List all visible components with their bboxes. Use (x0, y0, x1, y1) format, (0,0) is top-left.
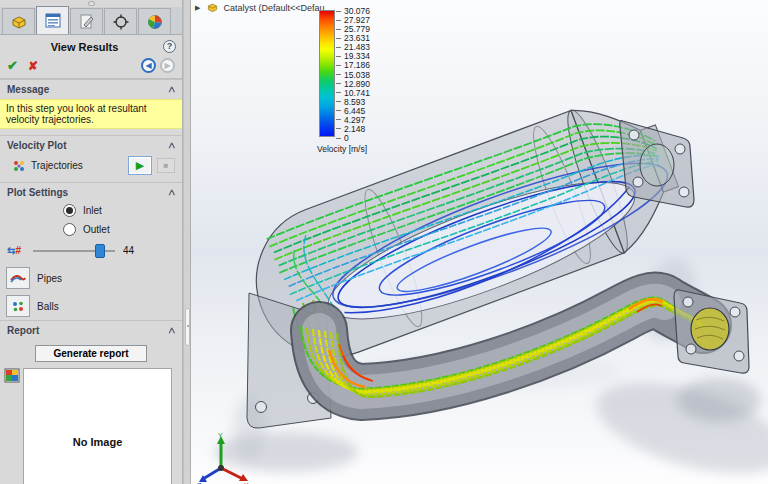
tab-appearances[interactable] (70, 8, 103, 34)
triad-y-label: Y (218, 432, 223, 439)
tab-dimxpertmanager[interactable] (104, 8, 137, 34)
colorwheel-icon (147, 14, 163, 30)
inlet-radio[interactable] (63, 204, 76, 217)
panel-splitter[interactable] (183, 0, 191, 484)
count-slider-thumb[interactable] (95, 244, 105, 258)
model-scene: Y X Z (191, 0, 768, 484)
count-slider-value: 44 (123, 245, 134, 256)
tree-item-label: Catalyst (Default<<Defau... (223, 3, 332, 13)
pipes-row: Pipes (0, 264, 182, 292)
trajectories-row: Trajectories ▶ ■ (0, 154, 182, 182)
ok-button[interactable]: ✔ (7, 58, 18, 73)
outlet-radio-row[interactable]: Outlet (0, 220, 182, 239)
appearances-icon (79, 14, 95, 29)
propertymanager-icon (45, 13, 61, 28)
inlet-label: Inlet (83, 205, 102, 216)
report-section-header[interactable]: Report ᐱ (0, 320, 182, 339)
collapse-chevron-icon[interactable]: ᐱ (169, 142, 175, 150)
outlet-radio[interactable] (63, 223, 76, 236)
plot-settings-section-header[interactable]: Plot Settings ᐱ (0, 182, 182, 201)
solidworks-window: { "panel": { "tabs": [ {"name": "part-ta… (0, 0, 768, 484)
report-body: Generate report No Image Display annotat… (0, 339, 182, 484)
crosshair-icon (113, 14, 129, 30)
collapse-chevron-icon[interactable]: ᐱ (169, 86, 175, 94)
ok-cancel-row: ✔ ✘ ◀ ▶ (0, 55, 182, 79)
balls-button[interactable] (6, 295, 30, 317)
tab-propertymanager[interactable] (36, 6, 69, 34)
message-section-header[interactable]: Message ᐱ (0, 79, 182, 98)
cancel-button[interactable]: ✘ (28, 59, 38, 73)
velocity-plot-section-header[interactable]: Velocity Plot ᐱ (0, 135, 182, 154)
balls-icon (11, 300, 25, 313)
part-icon (206, 2, 219, 13)
pipe-flange[interactable] (674, 290, 749, 373)
report-preview-box: No Image (23, 368, 172, 484)
outlet-label: Outlet (83, 224, 110, 235)
panel-header: View Results ? (0, 35, 182, 55)
trajectories-icon (12, 159, 26, 173)
help-icon[interactable]: ? (163, 40, 176, 53)
message-text: In this step you look at resultant veloc… (0, 99, 182, 129)
tab-featuremanager[interactable] (2, 8, 35, 34)
splitter-handle[interactable] (185, 308, 190, 346)
trajectory-count-icon: ⇆# (7, 245, 27, 256)
panel-tab-bar (0, 7, 182, 35)
feature-tree-flyout[interactable]: ▶ Catalyst (Default<<Defau... (195, 2, 332, 13)
page-title: View Results (6, 41, 163, 53)
count-slider[interactable] (33, 250, 115, 252)
trajectories-label: Trajectories (31, 160, 83, 171)
inlet-radio-row[interactable]: Inlet (0, 201, 182, 220)
no-image-text: No Image (73, 436, 123, 448)
legend-color-bar (319, 10, 335, 137)
collapse-chevron-icon[interactable]: ᐱ (169, 189, 175, 197)
graphics-viewport[interactable]: Y X Z ▶ Catalyst (Default<<Defau... 30.0… (191, 0, 768, 484)
part-icon (10, 14, 28, 30)
propertymanager-panel: View Results ? ✔ ✘ ◀ ▶ Message ᐱ In this… (0, 0, 183, 484)
generate-report-button[interactable]: Generate report (35, 345, 147, 362)
tree-expand-icon[interactable]: ▶ (195, 4, 200, 12)
tab-displaymanager[interactable] (138, 8, 171, 34)
balls-label: Balls (37, 301, 59, 312)
pipes-button[interactable] (6, 267, 30, 289)
panel-grip[interactable] (0, 0, 182, 7)
pipes-label: Pipes (37, 273, 62, 284)
legend-title: Velocity [m/s] (317, 144, 367, 154)
trajectory-count-row: ⇆# 44 (0, 239, 182, 264)
report-image-icon[interactable] (4, 368, 21, 384)
back-button[interactable]: ◀ (141, 58, 156, 73)
balls-row: Balls (0, 292, 182, 320)
stop-button[interactable]: ■ (157, 158, 175, 173)
collapse-chevron-icon[interactable]: ᐱ (169, 327, 175, 335)
play-button[interactable]: ▶ (128, 156, 152, 175)
forward-button[interactable]: ▶ (160, 58, 175, 73)
outlet-flange[interactable] (620, 121, 694, 208)
pipes-icon (10, 272, 26, 284)
